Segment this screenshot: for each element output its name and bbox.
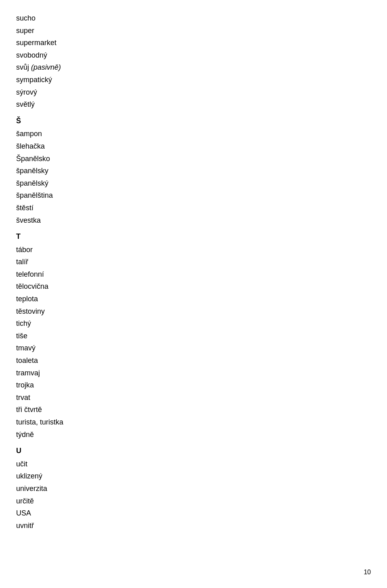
section-s-continuation: sucho super supermarket svobodný svůj (p… [16, 12, 371, 111]
word-tabor: tábor [16, 244, 371, 256]
word-urcite: určitě [16, 495, 371, 507]
word-uvnitr: uvnitř [16, 520, 371, 532]
word-tichy: tichý [16, 317, 371, 330]
word-sucho: sucho [16, 12, 371, 25]
word-svetly: světlý [16, 98, 371, 111]
word-telocvicna: tělocvična [16, 280, 371, 293]
word-tise: tiše [16, 330, 371, 342]
word-spanelsko: Španělsko [16, 153, 371, 165]
word-sympaticky: sympatický [16, 74, 371, 86]
word-toaleta: toaleta [16, 354, 371, 367]
word-tydne: týdně [16, 429, 371, 441]
word-svobodny: svobodný [16, 49, 371, 62]
section-t: T tábor talíř telefonní tělocvična teplo… [16, 230, 371, 441]
word-tri-ctvrte: tři čtvrtě [16, 404, 371, 416]
section-s-hacek: Š šampon šlehačka Španělsko španělsky šp… [16, 115, 371, 226]
word-talir: talíř [16, 256, 371, 268]
word-testoviny: těstoviny [16, 305, 371, 318]
word-tramvaj: tramvaj [16, 367, 371, 379]
word-teplota: teplota [16, 293, 371, 305]
word-tmavy: tmavý [16, 342, 371, 354]
main-content: sucho super supermarket svobodný svůj (p… [0, 0, 387, 544]
word-spanelsky-adj: španělský [16, 177, 371, 190]
word-usa: USA [16, 507, 371, 520]
sections-container: sucho super supermarket svobodný svůj (p… [16, 12, 371, 532]
word-syrovy: sýrový [16, 86, 371, 99]
page-number: 10 [364, 569, 371, 576]
word-spanelstina: španělština [16, 189, 371, 202]
word-stesti: štěstí [16, 202, 371, 214]
word-spanelsky-adv: španělsky [16, 165, 371, 177]
word-trojka: trojka [16, 379, 371, 391]
letter-heading-t: T [16, 230, 371, 243]
word-turista-turistka: turista, turistka [16, 416, 371, 429]
word-univerzita: univerzita [16, 482, 371, 495]
word-telefonni: telefonní [16, 268, 371, 281]
letter-heading-u: U [16, 445, 371, 457]
word-svestka: švestka [16, 214, 371, 227]
word-trvat: trvat [16, 391, 371, 404]
word-svuj: svůj (pasivně) [16, 61, 371, 74]
word-super: super [16, 25, 371, 37]
word-slehacka: šlehačka [16, 140, 371, 153]
letter-heading-s-hacek: Š [16, 115, 371, 127]
word-uklizeny: uklizený [16, 470, 371, 482]
word-supermarket: supermarket [16, 37, 371, 49]
word-sampon: šampon [16, 128, 371, 140]
section-u: U učit uklizený univerzita určitě USA uv… [16, 445, 371, 532]
word-ucit: učit [16, 458, 371, 470]
